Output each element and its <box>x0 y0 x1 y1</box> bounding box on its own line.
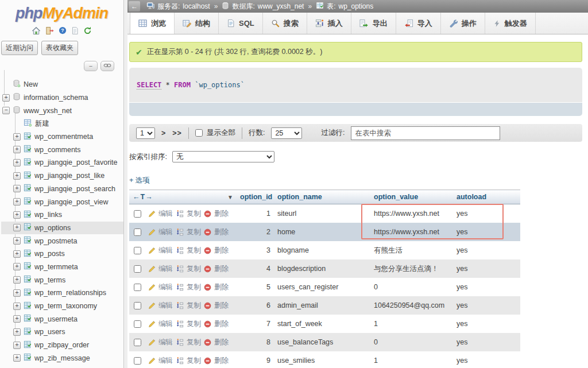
delete-link[interactable]: 删除 <box>214 246 229 255</box>
plus-expander-icon[interactable]: + <box>13 342 21 349</box>
delete-link[interactable]: 删除 <box>214 264 229 274</box>
delete-link[interactable]: 删除 <box>214 338 229 347</box>
page-select[interactable]: 1 <box>136 127 155 139</box>
tree-item-label[interactable]: wp_comments <box>34 146 81 154</box>
last-page-link[interactable]: >> <box>172 129 182 137</box>
copy-link[interactable]: 复制 <box>187 246 201 255</box>
logout-icon[interactable] <box>45 26 54 35</box>
plus-expander-icon[interactable]: + <box>13 237 21 245</box>
delete-link[interactable]: 删除 <box>214 209 229 219</box>
plus-expander-icon[interactable]: + <box>13 211 21 219</box>
plus-expander-icon[interactable]: + <box>13 224 21 231</box>
tree-item-label[interactable]: wp_jiangqie_post_favorite <box>34 158 118 166</box>
collapse-all-button[interactable]: − <box>84 61 98 71</box>
copy-link[interactable]: 复制 <box>187 264 201 274</box>
tab-import[interactable]: 导入 <box>396 13 441 34</box>
tree-item-label[interactable]: wp_term_relationships <box>34 289 106 297</box>
copy-link[interactable]: 复制 <box>187 301 201 311</box>
sidebar-item-wp_jiangqie_post_search[interactable]: +wp_jiangqie_post_search <box>1 183 123 196</box>
favorite-tables-button[interactable]: 表收藏夹 <box>41 41 78 55</box>
delete-link[interactable]: 删除 <box>214 282 229 292</box>
plus-expander-icon[interactable]: + <box>13 303 21 310</box>
tree-item-label[interactable]: wp_jiangqie_post_search <box>34 185 115 193</box>
column-header-autoload[interactable]: autoload <box>453 190 520 204</box>
sidebar-item-wp_jiangqie_post_favorite[interactable]: +wp_jiangqie_post_favorite <box>1 156 123 169</box>
tree-item-label[interactable]: wp_zibpay_order <box>34 341 89 349</box>
sidebar-item-wp_term_taxonomy[interactable]: +wp_term_taxonomy <box>1 300 123 313</box>
copy-link[interactable]: 复制 <box>187 227 201 237</box>
copy-link[interactable]: 复制 <box>187 282 201 292</box>
plus-expander-icon[interactable]: + <box>13 250 21 258</box>
home-icon[interactable] <box>32 26 41 35</box>
row-checkbox[interactable] <box>134 339 141 346</box>
plus-expander-icon[interactable]: + <box>13 315 21 323</box>
tree-item-label[interactable]: wp_users <box>34 328 65 336</box>
tree-item-label[interactable]: 新建 <box>35 119 49 129</box>
tree-item-label[interactable]: information_schema <box>24 94 88 102</box>
edit-link[interactable]: 编辑 <box>158 264 173 274</box>
tree-item-label[interactable]: wp_zib_message <box>34 354 90 362</box>
copy-link[interactable]: 复制 <box>187 338 201 347</box>
table-row[interactable]: 编辑复制删除3blogname有熊生活yes <box>129 241 520 259</box>
sidebar-item-New[interactable]: New <box>1 78 123 91</box>
sidebar-item-wp_jiangqie_post_like[interactable]: +wp_jiangqie_post_like <box>1 169 123 183</box>
sidebar-item-wp_posts[interactable]: +wp_posts <box>1 247 123 261</box>
plus-expander-icon[interactable]: + <box>13 289 21 297</box>
delete-link[interactable]: 删除 <box>214 227 229 237</box>
tab-sql[interactable]: SQL <box>219 13 263 34</box>
options-toggle-link[interactable]: + 选项 <box>129 176 150 185</box>
sidebar-item-wp_options[interactable]: +wp_options <box>1 222 123 235</box>
tree-item-label[interactable]: wp_usermeta <box>34 315 78 323</box>
plus-expander-icon[interactable]: + <box>13 276 21 284</box>
copy-link[interactable]: 复制 <box>187 319 201 329</box>
sidebar-item-wp_usermeta[interactable]: +wp_usermeta <box>1 312 123 326</box>
plus-expander-icon[interactable]: + <box>2 94 10 102</box>
tree-item-label[interactable]: wp_terms <box>34 276 65 284</box>
sort-by-key-select[interactable]: 无 <box>172 151 274 162</box>
row-checkbox[interactable] <box>134 357 141 365</box>
sidebar-item-wp_term_relationships[interactable]: +wp_term_relationships <box>1 286 123 300</box>
rows-count-select[interactable]: 25 <box>271 127 302 139</box>
row-checkbox[interactable] <box>134 265 141 273</box>
copy-link[interactable]: 复制 <box>187 356 201 366</box>
plus-expander-icon[interactable]: + <box>13 133 21 141</box>
show-all-checkbox[interactable] <box>195 129 203 137</box>
table-row[interactable]: 编辑复制删除7start_of_week1yes <box>129 315 520 333</box>
tab-export[interactable]: 导出 <box>351 13 396 34</box>
tree-item-label[interactable]: wp_term_taxonomy <box>34 302 97 310</box>
sidebar-item-information_schema[interactable]: +information_schema <box>1 91 123 104</box>
plus-expander-icon[interactable]: + <box>13 263 21 270</box>
tab-structure[interactable]: 结构 <box>175 13 219 34</box>
table-row[interactable]: 编辑复制删除8use_balanceTags0yes <box>129 333 520 351</box>
sidebar-item-__[interactable]: 新建 <box>1 117 123 130</box>
table-row[interactable]: 编辑复制删除1siteurlhttps://www.yxsh.netyes <box>129 204 520 223</box>
sidebar-item-wp_zib_message[interactable]: +wp_zib_message <box>1 351 123 365</box>
column-header-option_id[interactable]: option_id <box>237 190 274 204</box>
tab-browse[interactable]: 浏览 <box>130 13 175 34</box>
delete-link[interactable]: 删除 <box>214 319 229 329</box>
edit-link[interactable]: 编辑 <box>158 319 173 329</box>
table-row[interactable]: 编辑复制删除9use_smilies1yes <box>129 351 520 368</box>
plus-expander-icon[interactable]: + <box>13 354 21 362</box>
table-row[interactable]: 编辑复制删除4blogdescription与您分享生活点滴！yes <box>129 259 520 278</box>
tree-item-label[interactable]: wp_jiangqie_post_view <box>34 198 109 206</box>
tab-insert[interactable]: 插入 <box>307 13 351 34</box>
edit-link[interactable]: 编辑 <box>158 356 173 366</box>
tree-item-label[interactable]: wp_links <box>34 211 62 219</box>
sidebar-item-wp_links[interactable]: +wp_links <box>1 208 123 222</box>
tab-triggers[interactable]: 触发器 <box>485 13 536 34</box>
plus-expander-icon[interactable]: + <box>13 328 21 336</box>
column-header-option_name[interactable]: option_name <box>274 190 370 204</box>
tab-search[interactable]: 搜索 <box>263 13 307 34</box>
tree-item-label[interactable]: wp_commentmeta <box>34 133 93 141</box>
plus-expander-icon[interactable]: + <box>13 172 21 180</box>
filter-rows-input[interactable] <box>351 126 500 140</box>
plus-expander-icon[interactable]: + <box>13 198 21 206</box>
breadcrumb-table-link[interactable]: wp_options <box>338 2 373 10</box>
column-header-option_value[interactable]: option_value <box>370 190 453 204</box>
docs-icon[interactable] <box>71 26 79 35</box>
plus-expander-icon[interactable]: + <box>13 159 21 166</box>
row-checkbox[interactable] <box>134 284 141 291</box>
help-icon[interactable]: ? <box>59 26 67 34</box>
sidebar-item-wp_users[interactable]: +wp_users <box>1 326 123 339</box>
